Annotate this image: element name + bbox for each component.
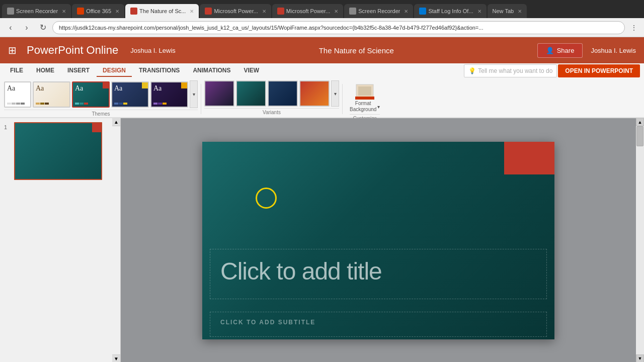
app-header: ⊞ PowerPoint Online Joshua I. Lewis The … <box>0 37 644 63</box>
format-background-icon[interactable] <box>355 82 375 101</box>
scrollbar-track <box>636 126 644 354</box>
forward-button[interactable]: › <box>20 21 33 34</box>
tab-close-btn[interactable]: ✕ <box>190 9 194 14</box>
vertical-scrollbar: ▲ ▼ <box>636 118 644 362</box>
tab-label: Microsoft Power... <box>214 8 258 14</box>
ribbon-content: Aa Aa <box>0 78 644 118</box>
variants-group: ▾ Variants <box>204 80 339 115</box>
browser-actions: ⋮ <box>628 22 640 34</box>
svg-rect-2 <box>355 97 374 100</box>
tab-close-btn[interactable]: ✕ <box>334 9 338 14</box>
format-background-section: FormatBackground ▾ Customize <box>346 80 384 123</box>
tab-design[interactable]: DESIGN <box>97 65 132 77</box>
tab-close-btn[interactable]: ✕ <box>262 9 266 14</box>
tab-close-btn[interactable]: ✕ <box>404 9 408 14</box>
tab-close-btn[interactable]: ✕ <box>518 9 522 14</box>
slide-number: 1 <box>4 124 11 130</box>
tab-ms-power-1[interactable]: Microsoft Power... ✕ <box>200 4 271 18</box>
theme-purple[interactable]: Aa <box>150 81 188 108</box>
tab-home[interactable]: HOME <box>30 65 60 77</box>
tab-new-tab[interactable]: New Tab ✕ <box>488 4 527 18</box>
header-user-name: Joshua I. Lewis <box>130 47 176 54</box>
ribbon-tab-bar: FILE HOME INSERT DESIGN TRANSITIONS ANIM… <box>0 63 644 78</box>
user-avatar-right: Joshua I. Lewis <box>591 47 636 54</box>
themes-divider <box>201 84 201 114</box>
tab-transitions[interactable]: TRANSITIONS <box>133 65 186 77</box>
format-background-text: FormatBackground <box>350 101 376 113</box>
open-in-powerpoint-button[interactable]: OPEN IN POWERPOINT <box>558 64 640 77</box>
tab-favicon <box>419 8 426 15</box>
share-label: Share <box>557 47 575 54</box>
variant-orange[interactable] <box>299 80 330 107</box>
tab-animations[interactable]: ANIMATIONS <box>187 65 236 77</box>
browser-menu-btn[interactable]: ⋮ <box>628 22 640 34</box>
slide-panel: 1 ▲ ▼ <box>0 118 121 362</box>
variants-scroll-arrow[interactable]: ▾ <box>331 80 339 107</box>
variant-blue[interactable] <box>268 80 298 107</box>
tab-close-btn[interactable]: ✕ <box>477 9 481 14</box>
tab-favicon <box>7 8 14 15</box>
tab-screen-recorder-1[interactable]: Screen Recorder ✕ <box>2 4 71 18</box>
svg-rect-1 <box>358 86 371 96</box>
tab-ms-power-2[interactable]: Microsoft Power... ✕ <box>272 4 343 18</box>
scrollbar-up-btn[interactable]: ▲ <box>636 118 644 126</box>
themes-group: Aa Aa <box>4 80 198 117</box>
grid-icon[interactable]: ⊞ <box>8 44 17 56</box>
tab-favicon <box>277 8 284 15</box>
tab-nature-of-science[interactable]: The Nature of Sc... ✕ <box>125 4 199 18</box>
tab-favicon <box>130 8 137 15</box>
slide-thumb-red-corner <box>92 123 101 132</box>
variants-divider <box>342 84 343 114</box>
slide-title-area[interactable]: Click to add title <box>210 249 547 299</box>
variant-purple[interactable] <box>204 80 234 107</box>
tab-staff-log[interactable]: Staff Log Info Of... ✕ <box>414 4 486 18</box>
share-button[interactable]: 👤 Share <box>537 43 583 58</box>
variant-teal[interactable] <box>236 80 266 107</box>
tab-close-btn[interactable]: ✕ <box>115 9 119 14</box>
tab-label: Screen Recorder <box>358 8 400 14</box>
tab-view[interactable]: VIEW <box>237 65 265 77</box>
tab-label: Screen Recorder <box>16 8 58 14</box>
ribbon: FILE HOME INSERT DESIGN TRANSITIONS ANIM… <box>0 63 644 118</box>
theme-teal[interactable]: Aa <box>72 81 110 108</box>
tab-insert[interactable]: INSERT <box>61 65 96 77</box>
panel-scroll-down[interactable]: ▼ <box>112 354 120 362</box>
tell-me-box[interactable]: 💡 Tell me what you want to do <box>464 64 557 77</box>
tab-screen-recorder-2[interactable]: Screen Recorder ✕ <box>344 4 413 18</box>
tab-office365[interactable]: Office 365 ✕ <box>72 4 124 18</box>
app-title: PowerPoint Online <box>27 44 118 57</box>
scrollbar-down-btn[interactable]: ▼ <box>636 354 644 362</box>
tab-file[interactable]: FILE <box>4 65 29 77</box>
tab-favicon <box>205 8 212 15</box>
back-button[interactable]: ‹ <box>4 21 17 34</box>
tab-close-btn[interactable]: ✕ <box>62 9 66 14</box>
tab-favicon <box>77 8 84 15</box>
refresh-button[interactable]: ↻ <box>36 21 49 34</box>
share-icon: 👤 <box>546 47 554 54</box>
themes-scroll-arrow[interactable]: ▾ <box>190 80 198 108</box>
theme-blue-dark[interactable]: Aa <box>111 81 149 108</box>
theme-orange[interactable]: Aa <box>33 81 70 108</box>
tab-label: Microsoft Power... <box>286 8 330 14</box>
theme-default[interactable]: Aa <box>4 81 31 108</box>
slide-background: Click to add title CLICK TO ADD SUBTITLE <box>202 142 554 339</box>
tab-label: Office 365 <box>86 8 111 14</box>
lightbulb-icon: 💡 <box>468 67 476 74</box>
themes-label: Themes <box>4 110 198 117</box>
slide-thumbnail[interactable] <box>14 122 102 180</box>
panel-scroll-up[interactable]: ▲ <box>112 118 120 126</box>
browser-tabs-bar: Screen Recorder ✕ Office 365 ✕ The Natur… <box>0 0 644 18</box>
canvas-area: Click to add title CLICK TO ADD SUBTITLE <box>121 118 636 362</box>
scrollbar-thumb[interactable] <box>636 126 643 146</box>
format-background-label[interactable]: FormatBackground ▾ <box>350 101 380 113</box>
tab-favicon <box>349 8 356 15</box>
slide-title-placeholder: Click to add title <box>220 258 382 285</box>
slide-canvas[interactable]: Click to add title CLICK TO ADD SUBTITLE <box>202 142 554 339</box>
browser-toolbar: ‹ › ↻ ⋮ <box>0 18 644 37</box>
tab-label: The Nature of Sc... <box>139 8 186 14</box>
slide-thumb-container: 1 <box>4 122 116 180</box>
address-bar[interactable] <box>52 21 625 34</box>
tab-label: New Tab <box>493 8 514 14</box>
slide-subtitle-placeholder: CLICK TO ADD SUBTITLE <box>220 319 315 326</box>
slide-subtitle-area[interactable]: CLICK TO ADD SUBTITLE <box>210 312 547 337</box>
